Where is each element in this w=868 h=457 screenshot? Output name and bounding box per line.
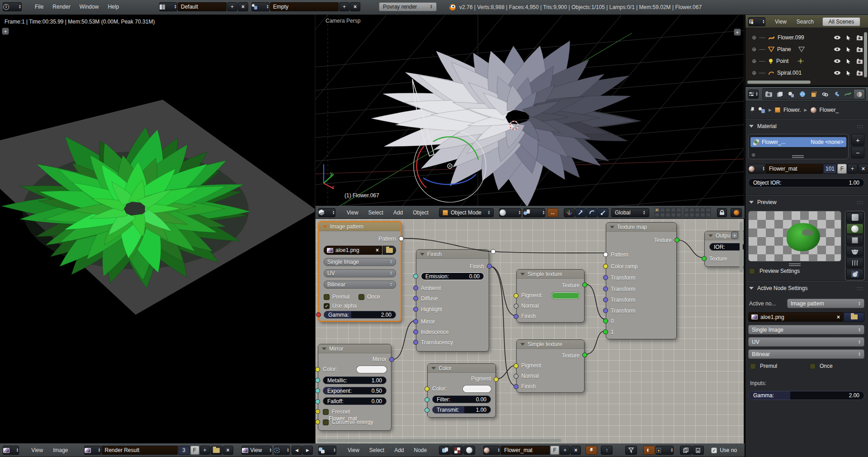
socket-pigment-in[interactable]	[514, 363, 519, 368]
socket-color-in[interactable]	[316, 367, 320, 372]
panel-collapse-icon[interactable]	[749, 201, 754, 204]
socket-filter-in[interactable]	[425, 397, 429, 402]
render-border-button[interactable]	[731, 208, 742, 217]
tab-render-layers[interactable]	[774, 89, 786, 99]
layer-cell[interactable]	[684, 213, 689, 217]
visibility-eye-icon[interactable]	[834, 59, 841, 63]
once-checkbox[interactable]	[359, 294, 364, 300]
unlink-icon[interactable]: ×	[837, 314, 840, 320]
menu-render[interactable]: Render	[48, 4, 74, 10]
layer-cell[interactable]	[695, 213, 700, 217]
fake-user-button[interactable]: F	[550, 446, 559, 455]
rotate-manipulator-button[interactable]	[586, 208, 597, 217]
layer-cell[interactable]	[671, 208, 676, 212]
expand-icon[interactable]: ⊕	[752, 46, 756, 52]
layer-cell[interactable]	[684, 208, 689, 212]
tab-render[interactable]	[763, 89, 774, 99]
copy-nodes-button[interactable]	[680, 446, 692, 455]
material-users-button[interactable]: 101	[823, 164, 837, 174]
exponent-slider[interactable]: Exponent:0.50	[323, 387, 387, 395]
preview-settings-checkbox[interactable]	[749, 268, 755, 274]
lock-to-scene-button[interactable]	[717, 208, 727, 217]
layer-cell[interactable]	[700, 208, 705, 212]
screen-layout-delete-button[interactable]: ×	[238, 2, 248, 11]
pin-icon[interactable]	[749, 107, 755, 113]
snap-mode-select[interactable]: ▲▼	[656, 446, 674, 455]
socket-translucency-in[interactable]	[413, 340, 418, 345]
menu-view[interactable]: View	[344, 447, 363, 453]
preview-hair-button[interactable]	[846, 257, 863, 268]
layer-cell[interactable]	[706, 208, 711, 212]
image-name-field[interactable]: Render Result	[102, 446, 178, 455]
object-ior-slider[interactable]: Object IOR:1.00	[748, 178, 864, 187]
editor-type-button[interactable]: ▲▼	[748, 17, 765, 26]
menu-add[interactable]: Add	[390, 447, 408, 453]
material-fake-user-button[interactable]: F	[837, 164, 847, 174]
shader-nodes-toggle[interactable]	[439, 446, 451, 455]
expand-icon[interactable]: ⊕	[752, 70, 756, 76]
menu-view[interactable]: View	[771, 19, 791, 25]
emission-slider[interactable]: Emission:0.00	[421, 272, 484, 280]
tab-scene[interactable]	[786, 89, 797, 99]
socket-texture-out[interactable]	[582, 282, 587, 287]
mode-select[interactable]: Object Mode ▲▼	[439, 208, 494, 217]
socket-normal-in[interactable]	[514, 374, 519, 379]
socket-emission-in[interactable]	[413, 274, 418, 279]
filter-slider[interactable]: Filter:0.00	[432, 395, 491, 403]
panel-title[interactable]: Preview	[757, 199, 777, 205]
socket-mirror-out[interactable]	[389, 357, 394, 362]
node-image-pattern[interactable]: Image pattern Pattern aloe1.png× Single …	[318, 221, 401, 322]
layer-cell[interactable]	[671, 213, 676, 217]
tab-material[interactable]	[854, 89, 865, 99]
visibility-eye-icon[interactable]	[834, 47, 841, 52]
socket-pattern-in[interactable]	[603, 252, 608, 257]
socket-pattern-out[interactable]	[399, 236, 404, 241]
collapse-icon[interactable]	[610, 226, 614, 228]
panel-drag-dots[interactable]: ::::	[857, 286, 863, 291]
premul-checkbox[interactable]	[324, 294, 330, 300]
panel-drag-dots[interactable]: ::::	[857, 124, 863, 129]
scale-manipulator-button[interactable]	[598, 208, 609, 217]
node-texture-map[interactable]: Texture map Texture Pattern Color ramp T…	[606, 222, 677, 339]
remove-material-slot-button[interactable]: −	[851, 147, 864, 158]
visibility-eye-icon[interactable]	[834, 71, 841, 75]
selectability-cursor-icon[interactable]	[846, 35, 851, 40]
auto-render-toggle[interactable]	[625, 446, 637, 455]
tab-modifiers[interactable]	[831, 89, 842, 99]
pigment-swatch[interactable]	[552, 292, 580, 299]
preview-world-sphere-button[interactable]	[846, 269, 863, 279]
preview-cube-button[interactable]	[846, 235, 863, 245]
screen-layout-name[interactable]: Default	[178, 2, 226, 11]
once-checkbox[interactable]	[810, 363, 816, 369]
node-color[interactable]: Color Pigment Color: Filter:0.00 Transmi…	[427, 363, 496, 418]
use-nodes-checkbox[interactable]: ✓	[711, 447, 717, 453]
scene-icon-button[interactable]: ▲▼	[251, 2, 269, 11]
editor-type-button[interactable]: ▲▼	[748, 90, 759, 99]
panel-title[interactable]: Material	[757, 123, 777, 129]
layer-cell[interactable]	[689, 213, 694, 217]
use-alpha-checkbox[interactable]: ✓	[324, 303, 330, 309]
editor-type-button[interactable]: i ▲▼	[3, 2, 22, 11]
pin-button[interactable]	[585, 446, 597, 455]
go-to-parent-button[interactable]: ↑	[601, 446, 613, 455]
display-channels-select[interactable]: View ▲▼	[241, 446, 273, 455]
renderability-camera-icon[interactable]	[856, 71, 863, 76]
socket-finish-in[interactable]	[514, 314, 519, 319]
breadcrumb-object[interactable]: Flower.	[783, 107, 801, 113]
socket-pigment-out[interactable]	[494, 377, 499, 382]
paste-nodes-button[interactable]	[692, 446, 704, 455]
socket-transform1-in[interactable]	[603, 275, 608, 280]
material-name-field[interactable]: Flower_mat	[501, 446, 550, 455]
node-finish[interactable]: Finish Finish Emission:0.00 Ambient Diff…	[416, 249, 489, 352]
menu-image[interactable]: Image	[49, 447, 72, 453]
menu-file[interactable]: File	[31, 4, 47, 10]
node-output[interactable]: Output IOR: Texture	[704, 231, 745, 267]
socket-transmit-in[interactable]	[425, 408, 429, 413]
preview-monkey-button[interactable]	[846, 246, 863, 257]
node-mapping-select[interactable]: UV▲▼	[324, 269, 396, 277]
socket-conserve-in[interactable]	[316, 419, 320, 424]
scene-delete-button[interactable]: ×	[350, 2, 360, 11]
frame-back-button[interactable]: ◀	[292, 446, 302, 455]
editor-type-button[interactable]: ▲▼	[318, 208, 335, 217]
collapse-icon[interactable]	[322, 348, 326, 350]
